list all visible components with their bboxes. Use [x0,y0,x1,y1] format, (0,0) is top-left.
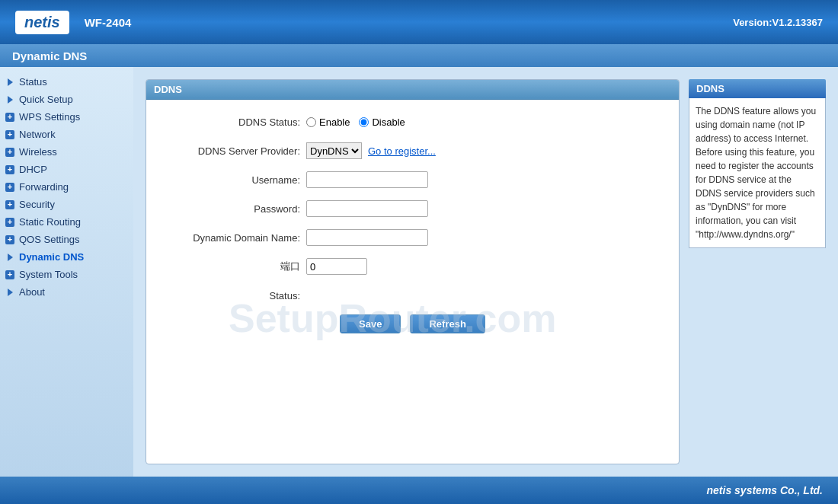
sidebar-item-security[interactable]: Security [0,196,133,213]
provider-label: DDNS Server Provider: [154,145,306,157]
sidebar-item-forwarding[interactable]: Forwarding [0,178,133,196]
plus-icon-system-tools [5,270,15,280]
provider-select[interactable]: DynDNS [306,142,362,159]
content-area: DDNS DDNS Status: Enable Disable [133,67,838,477]
arrow-icon-ddns [5,252,15,263]
plus-icon-static-routing [5,217,15,228]
password-row: Password: [154,199,671,219]
sidebar-label-system-tools: System Tools [19,269,78,280]
enable-option[interactable]: Enable [306,116,350,128]
help-body: The DDNS feature allows you using domain… [696,106,816,240]
button-row: Save Refresh [154,314,671,340]
plus-icon-qos [5,234,15,245]
sidebar-label-network: Network [19,129,56,140]
enable-label: Enable [319,116,350,128]
sidebar-item-system-tools[interactable]: System Tools [0,266,133,283]
sidebar-label-qos: QOS Settings [19,234,79,245]
logo: netis [24,14,60,31]
sidebar-label-about: About [19,286,45,298]
port-controls [306,258,367,275]
sidebar-item-about[interactable]: About [0,283,133,301]
password-controls [306,200,428,217]
refresh-button[interactable]: Refresh [410,314,485,333]
username-input[interactable] [306,171,428,188]
plus-icon-network [5,129,15,140]
sidebar-label-wps-settings: WPS Settings [19,111,80,123]
domain-label: Dynamic Domain Name: [154,232,306,244]
domain-row: Dynamic Domain Name: [154,228,671,247]
sidebar-item-wps-settings[interactable]: WPS Settings [0,108,133,126]
plus-icon-dhcp [5,164,15,175]
username-controls [306,171,428,188]
sidebar-item-dhcp[interactable]: DHCP [0,161,133,178]
password-label: Password: [154,203,306,215]
sub-header-title: Dynamic DNS [12,49,87,62]
save-button[interactable]: Save [340,314,401,333]
status-field-label: Status: [154,290,306,301]
sidebar-label-security: Security [19,199,55,210]
sidebar: Status Quick Setup WPS Settings Network … [0,67,133,477]
sub-header: Dynamic DNS [0,44,838,67]
header: netis WF-2404 Version:V1.2.13367 [0,0,838,44]
port-label: 端口 [154,260,306,273]
provider-row: DDNS Server Provider: DynDNS Go to regis… [154,141,671,161]
sidebar-label-wireless: Wireless [19,146,57,158]
disable-option[interactable]: Disable [359,116,405,128]
form-title: DDNS [154,84,182,95]
sidebar-label-status: Status [19,76,47,88]
status-row: Status: [154,285,671,305]
plus-icon-security [5,199,15,210]
arrow-icon-about [5,287,15,298]
arrow-icon-2 [5,94,15,105]
sidebar-item-wireless[interactable]: Wireless [0,143,133,161]
ddns-status-controls: Enable Disable [306,116,405,128]
help-panel: DDNS The DDNS feature allows you using d… [689,79,826,464]
sidebar-item-dynamic-dns[interactable]: Dynamic DNS [0,248,133,266]
sidebar-item-status[interactable]: Status [0,73,133,91]
version-label: Version:V1.2.13367 [733,17,823,28]
help-panel-header: DDNS [689,79,826,98]
device-title: WF-2404 [85,16,132,29]
ddns-status-row: DDNS Status: Enable Disable [154,112,671,132]
plus-icon-wireless [5,147,15,158]
form-panel: DDNS DDNS Status: Enable Disable [146,79,680,464]
domain-controls [306,229,428,246]
footer: netis systems Co., Ltd. [0,477,838,504]
disable-label: Disable [372,116,405,128]
sidebar-label-static-routing: Static Routing [19,216,81,228]
main-layout: SetupRouter.com Status Quick Setup WPS S… [0,67,838,477]
provider-controls: DynDNS Go to register... [306,142,436,159]
footer-text: netis systems Co., Ltd. [707,484,823,496]
logo-box: netis [15,11,69,34]
help-panel-body: The DDNS feature allows you using domain… [689,98,826,248]
help-title: DDNS [696,83,724,94]
port-row: 端口 [154,257,671,276]
port-input[interactable] [306,258,367,275]
enable-radio[interactable] [306,117,316,127]
password-input[interactable] [306,200,428,217]
username-row: Username: [154,170,671,190]
plus-icon-forwarding [5,182,15,193]
domain-input[interactable] [306,229,428,246]
sidebar-item-quick-setup[interactable]: Quick Setup [0,91,133,108]
arrow-icon [5,77,15,88]
username-label: Username: [154,174,306,186]
sidebar-item-qos-settings[interactable]: QOS Settings [0,231,133,248]
sidebar-label-dhcp: DHCP [19,164,47,175]
sidebar-label-dynamic-dns: Dynamic DNS [19,251,84,263]
form-panel-body: DDNS Status: Enable Disable DD [146,100,679,352]
sidebar-item-network[interactable]: Network [0,126,133,143]
sidebar-label-forwarding: Forwarding [19,181,69,193]
disable-radio[interactable] [359,117,369,127]
register-link[interactable]: Go to register... [368,145,436,157]
form-panel-header: DDNS [146,80,679,100]
ddns-status-label: DDNS Status: [154,116,306,128]
plus-icon-wps [5,112,15,123]
sidebar-label-quick-setup: Quick Setup [19,94,73,105]
sidebar-item-static-routing[interactable]: Static Routing [0,213,133,231]
